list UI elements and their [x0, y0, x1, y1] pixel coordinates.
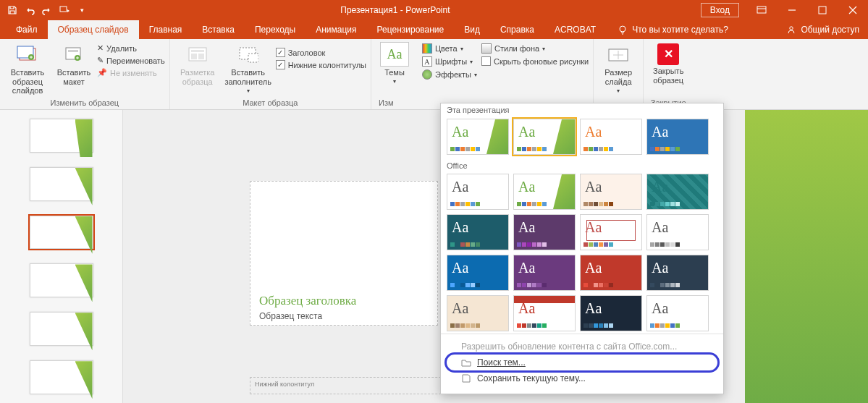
- gallery-section-office: Office: [441, 157, 723, 171]
- tab-insert[interactable]: Вставка: [192, 20, 245, 39]
- svg-rect-9: [68, 50, 78, 52]
- browse-themes-label: Поиск тем...: [477, 357, 526, 368]
- maximize-icon[interactable]: [807, 0, 838, 20]
- tab-acrobat[interactable]: ACROBAT: [544, 20, 606, 39]
- bg-styles-button[interactable]: Стили фона▾: [481, 43, 589, 54]
- theme-thumbnail[interactable]: Aa: [646, 214, 709, 250]
- theme-thumbnail[interactable]: Aa: [447, 174, 509, 210]
- title-placeholder[interactable]: Образец заголовка Образец текста: [250, 181, 438, 326]
- colors-button[interactable]: Цвета▾: [422, 43, 477, 54]
- themes-button[interactable]: Aa Темы ▾: [376, 41, 413, 86]
- group-background: Цвета▾ AШрифты▾ Эффекты▾ Стили фона▾ Скр…: [418, 39, 594, 109]
- sign-in-button[interactable]: Вход: [701, 3, 739, 17]
- checkbox-icon: ✓: [276, 60, 285, 69]
- layout-thumb[interactable]: [30, 119, 93, 153]
- theme-thumbnail[interactable]: Aa: [580, 119, 642, 155]
- layout-thumb[interactable]: [30, 263, 93, 297]
- colors-label: Цвета: [435, 44, 458, 53]
- theme-thumbnail[interactable]: Aa: [447, 119, 509, 155]
- ribbon: Вставить образец слайдов Вставить макет …: [0, 39, 868, 110]
- theme-thumbnail[interactable]: Aa: [580, 174, 642, 210]
- layout-thumb[interactable]: [30, 216, 93, 250]
- theme-aa-label: Aa: [585, 179, 602, 195]
- delete-button[interactable]: ✕Удалить: [97, 43, 165, 53]
- svg-point-3: [620, 26, 625, 32]
- theme-thumbnail[interactable]: Aa: [646, 295, 709, 331]
- thumbnail-panel[interactable]: [0, 110, 123, 403]
- theme-thumbnail[interactable]: Aa: [580, 214, 642, 250]
- footers-checkbox[interactable]: ✓Нижние колонтитулы: [276, 60, 366, 69]
- hide-bg-checkbox[interactable]: Скрыть фоновые рисунки: [481, 56, 589, 66]
- tab-transitions[interactable]: Переходы: [245, 20, 306, 39]
- theme-thumbnail[interactable]: Aa: [447, 255, 509, 291]
- start-from-beginning-icon[interactable]: [56, 2, 72, 18]
- undo-icon[interactable]: [22, 2, 38, 18]
- preserve-button[interactable]: 📌Не изменять: [97, 68, 165, 77]
- tab-file[interactable]: Файл: [6, 20, 48, 39]
- theme-thumbnail[interactable]: Aa: [513, 295, 576, 331]
- theme-aa-label: Aa: [652, 124, 668, 140]
- save-icon[interactable]: [4, 2, 20, 18]
- tab-animations[interactable]: Анимация: [306, 20, 366, 39]
- ribbon-tabs: Файл Образец слайдов Главная Вставка Пер…: [0, 20, 868, 39]
- tab-help[interactable]: Справка: [490, 20, 544, 39]
- insert-placeholder-icon: [237, 43, 260, 67]
- ribbon-display-options-icon[interactable]: [746, 0, 777, 20]
- rename-label: Переименовать: [106, 56, 165, 65]
- theme-thumbnail[interactable]: Aa: [513, 255, 576, 291]
- theme-thumbnail[interactable]: Aa: [646, 174, 709, 210]
- layout-thumb[interactable]: [30, 360, 93, 394]
- fonts-icon: A: [422, 56, 432, 67]
- theme-thumbnail[interactable]: Aa: [513, 119, 576, 155]
- insert-layout-button[interactable]: Вставить макет: [55, 41, 93, 86]
- tell-me-search[interactable]: Что вы хотите сделать?: [618, 20, 728, 39]
- close-icon[interactable]: [838, 0, 868, 20]
- master-layout-label: Разметка образца: [174, 68, 221, 86]
- rename-button[interactable]: ✎Переименовать: [97, 56, 165, 65]
- tab-slide-master[interactable]: Образец слайдов: [48, 20, 139, 39]
- group-master-layout-label: Макет образца: [174, 97, 366, 109]
- insert-placeholder-button[interactable]: Вставить заполнитель ▾: [225, 41, 271, 94]
- share-button[interactable]: Общий доступ: [786, 20, 859, 39]
- theme-aa-label: Aa: [585, 124, 602, 140]
- theme-thumbnail[interactable]: Aa: [447, 295, 509, 331]
- effects-button[interactable]: Эффекты▾: [422, 69, 477, 80]
- tab-view[interactable]: Вид: [454, 20, 490, 39]
- insert-slide-master-button[interactable]: Вставить образец слайдов: [4, 41, 51, 96]
- gallery-row-office: AaAaAaAaAaAaAaAaAaAaAaAaAaAaAaAa: [441, 171, 723, 334]
- themes-gallery: Эта презентация AaAaAaAa Office AaAaAaAa…: [440, 103, 724, 394]
- tab-home[interactable]: Главная: [139, 20, 193, 39]
- theme-thumbnail[interactable]: Aa: [580, 295, 642, 331]
- svg-point-4: [790, 27, 793, 30]
- theme-thumbnail[interactable]: Aa: [580, 255, 642, 291]
- chevron-down-icon: ▾: [460, 46, 463, 52]
- theme-thumbnail[interactable]: Aa: [513, 214, 576, 250]
- theme-thumbnail[interactable]: Aa: [447, 214, 509, 250]
- share-label: Общий доступ: [801, 25, 859, 35]
- theme-aa-label: Aa: [585, 260, 602, 276]
- close-master-button[interactable]: ✕ Закрыть образец: [648, 41, 688, 85]
- theme-aa-label: Aa: [652, 219, 668, 236]
- insert-slide-master-icon: [16, 43, 39, 67]
- title-checkbox[interactable]: ✓Заголовок: [276, 48, 366, 57]
- chevron-down-icon: ▾: [542, 46, 545, 52]
- qat-customize-icon[interactable]: ▾: [74, 2, 90, 18]
- theme-thumbnail[interactable]: Aa: [646, 119, 709, 155]
- browse-themes-button[interactable]: Поиск тем...: [447, 355, 717, 370]
- save-current-theme-button[interactable]: Сохранить текущую тему...: [447, 370, 717, 386]
- group-edit-theme: Aa Темы ▾ Изм: [371, 39, 418, 109]
- tab-review[interactable]: Рецензирование: [367, 20, 455, 39]
- theme-thumbnail[interactable]: Aa: [513, 174, 576, 210]
- insert-placeholder-label: Вставить заполнитель: [224, 68, 271, 86]
- minimize-icon[interactable]: [777, 0, 807, 20]
- slide-size-button[interactable]: Размер слайда ▾: [598, 41, 639, 94]
- colors-icon: [422, 43, 432, 54]
- gallery-footer: Разрешить обновление контента с сайта Of…: [441, 334, 723, 391]
- fonts-button[interactable]: AШрифты▾: [422, 56, 477, 67]
- theme-aa-label: Aa: [652, 179, 668, 195]
- redo-icon[interactable]: [39, 2, 55, 18]
- layout-thumb[interactable]: [30, 312, 93, 346]
- layout-thumb[interactable]: [30, 167, 93, 201]
- master-layout-button[interactable]: Разметка образца: [174, 41, 221, 86]
- theme-thumbnail[interactable]: Aa: [646, 255, 709, 291]
